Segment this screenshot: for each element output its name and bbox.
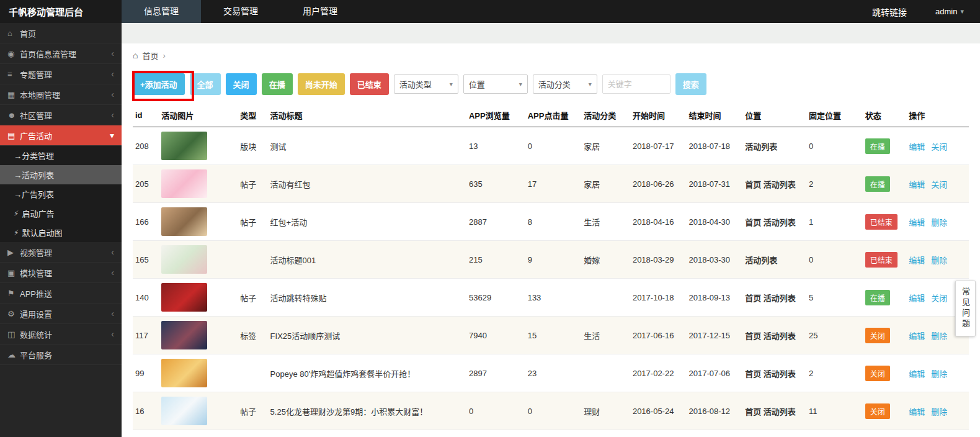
subitem-label: 默认启动图 (22, 227, 62, 238)
col-header-type: 类型 (238, 104, 267, 127)
table-row: 208 版块 测试 13 0 家居 2018-07-17 2018-07-18 … (133, 127, 969, 165)
sidebar-item-modules[interactable]: ▣ 模块管理 ‹ (0, 263, 122, 283)
edit-link[interactable]: 编辑 (909, 256, 925, 265)
cell-end-time: 2016-08-12 (687, 392, 743, 430)
activity-thumbnail[interactable] (161, 169, 207, 198)
cell-title[interactable]: Popeye 80'炸鸡超值炸鸡套餐半价开抢！ (268, 354, 466, 392)
cell-type: 版块 (238, 127, 267, 165)
activity-thumbnail[interactable] (161, 207, 207, 236)
activity-thumbnail[interactable] (161, 132, 207, 160)
edit-link[interactable]: 编辑 (909, 407, 925, 417)
subitem-label: →广告列表 (14, 188, 54, 200)
close-link[interactable]: 关闭 (931, 180, 947, 189)
activity-type-select[interactable]: 活动类型 ▾ (394, 74, 458, 94)
sidebar-item-local-circle[interactable]: ▦ 本地圈管理 ‹ (0, 84, 122, 105)
cell-position: 首页 活动列表 (742, 165, 806, 203)
edit-link[interactable]: 编辑 (909, 142, 925, 151)
sidebar-subitem-activity-list[interactable]: →活动列表 (0, 165, 122, 184)
sidebar-item-label: APP推送 (20, 287, 52, 299)
status-badge: 已结束 (865, 214, 898, 230)
activity-thumbnail[interactable] (161, 321, 207, 349)
sidebar-item-general-settings[interactable]: ⚙ 通用设置 ‹ (0, 304, 122, 324)
breadcrumb-home-link[interactable]: 首页 (142, 50, 158, 61)
sidebar-item-data-statistics[interactable]: ◫ 数据统计 ‹ (0, 324, 122, 345)
edit-link[interactable]: 编辑 (909, 218, 925, 227)
filter-all-button[interactable]: 全部 (190, 73, 221, 95)
delete-link[interactable]: 删除 (931, 407, 947, 417)
cell-title[interactable]: 5.25化龙巷理财沙龙第9期：小积累大财富！ (268, 392, 466, 430)
activity-thumbnail[interactable] (161, 397, 207, 425)
activity-category-select[interactable]: 活动分类 ▾ (533, 74, 597, 94)
close-link[interactable]: 关闭 (931, 142, 947, 151)
cell-title[interactable]: 活动标题001 (268, 241, 466, 279)
sidebar-item-ad-activities[interactable]: ▤ 广告活动 ▾ (0, 125, 122, 146)
tab-trade-management[interactable]: 交易管理 (201, 0, 280, 23)
cell-actions: 编辑删除 (906, 354, 969, 392)
sidebar-subitem-category-management[interactable]: →分类管理 (0, 146, 122, 165)
cell-title[interactable]: 测试 (268, 127, 466, 165)
activity-thumbnail[interactable] (161, 245, 207, 274)
faq-floating-tab[interactable]: 常见问题 (955, 281, 976, 336)
edit-link[interactable]: 编辑 (909, 294, 925, 303)
sidebar-subitem-launch-ad[interactable]: ⚡ 启动广告 (0, 204, 122, 223)
ad-activities-submenu: →分类管理 →活动列表 →广告列表 ⚡ 启动广告 ⚡ 默认启动图 (0, 146, 122, 242)
sidebar-subitem-ad-list[interactable]: →广告列表 (0, 184, 122, 204)
cell-type: 帖子 (238, 203, 267, 241)
cell-title[interactable]: 化龙巷第三届萌娃大赛——我为地球添抹绿！化龙巷第三届萌娃大赛——我为地球添抹绿！… (268, 430, 466, 437)
cell-title[interactable]: FIX25活动顺序测试 (268, 317, 466, 354)
sidebar-item-topics[interactable]: ≡ 专题管理 ‹ (0, 64, 122, 84)
filter-not-started-button[interactable]: 尚未开始 (298, 73, 345, 95)
cell-app-views: 7940 (466, 317, 525, 354)
caret-down-icon: ▾ (450, 81, 453, 88)
table-row: 117 标签 FIX25活动顺序测试 7940 15 生活 2017-06-16… (133, 317, 969, 354)
jump-link[interactable]: 跳转链接 (872, 6, 907, 18)
col-header-start-time: 开始时间 (630, 104, 687, 127)
cell-title[interactable]: 活动有红包 (268, 165, 466, 203)
close-link[interactable]: 关闭 (931, 294, 947, 303)
launch-icon: ⚡ (14, 228, 19, 237)
delete-link[interactable]: 删除 (931, 218, 947, 227)
cell-position: 首页 活动列表 (742, 203, 806, 241)
add-activity-button[interactable]: +添加活动 (133, 73, 185, 95)
tab-info-management[interactable]: 信息管理 (122, 0, 201, 23)
tab-user-management[interactable]: 用户管理 (280, 0, 360, 23)
chevron-down-icon: ▾ (110, 130, 114, 140)
col-header-status: 状态 (863, 104, 907, 127)
filter-ended-button[interactable]: 已结束 (350, 73, 389, 95)
col-header-position: 位置 (742, 104, 806, 127)
sidebar-item-platform-services[interactable]: ☁ 平台服务 (0, 345, 122, 365)
activity-thumbnail[interactable] (161, 283, 207, 312)
activities-table: id 活动图片 类型 活动标题 APP浏览量 APP点击量 活动分类 开始时间 … (133, 104, 969, 437)
delete-link[interactable]: 删除 (931, 331, 947, 341)
sidebar-item-home[interactable]: ⌂ 首页 (0, 23, 122, 43)
sidebar-item-app-push[interactable]: ⚑ APP推送 (0, 283, 122, 304)
search-button[interactable]: 搜索 (675, 73, 706, 95)
sidebar-item-label: 本地圈管理 (20, 89, 60, 101)
cell-title[interactable]: 活动跳转特殊贴 (268, 279, 466, 317)
edit-link[interactable]: 编辑 (909, 331, 925, 341)
delete-link[interactable]: 删除 (931, 256, 947, 265)
position-select[interactable]: 位置 ▾ (463, 74, 528, 94)
activity-thumbnail[interactable] (161, 359, 207, 387)
filter-closed-button[interactable]: 关闭 (226, 73, 257, 95)
sidebar-subitem-default-launch-image[interactable]: ⚡ 默认启动图 (0, 223, 122, 242)
delete-link[interactable]: 删除 (931, 369, 947, 379)
col-header-fixed-position: 固定位置 (806, 104, 863, 127)
keyword-input[interactable] (602, 74, 670, 94)
username: admin (935, 7, 957, 16)
sidebar-item-video[interactable]: ▶ 视频管理 ‹ (0, 242, 122, 263)
edit-link[interactable]: 编辑 (909, 369, 925, 379)
chevron-left-icon: ‹ (111, 268, 114, 277)
edit-link[interactable]: 编辑 (909, 180, 925, 189)
cell-status: 关闭 (863, 430, 907, 437)
sidebar-item-community[interactable]: ☻ 社区管理 ‹ (0, 105, 122, 125)
filter-live-button[interactable]: 在播 (262, 73, 293, 95)
col-header-app-views: APP浏览量 (466, 104, 525, 127)
cell-app-views: 2897 (466, 354, 525, 392)
sidebar-item-label: 首页 (20, 27, 36, 39)
cell-image (159, 241, 238, 279)
home-icon: ⌂ (133, 50, 138, 60)
sidebar-item-home-feed[interactable]: ◉ 首页信息流管理 ‹ (0, 43, 122, 64)
user-menu[interactable]: admin ▾ (935, 7, 964, 16)
cell-title[interactable]: 红包+活动 (268, 203, 466, 241)
